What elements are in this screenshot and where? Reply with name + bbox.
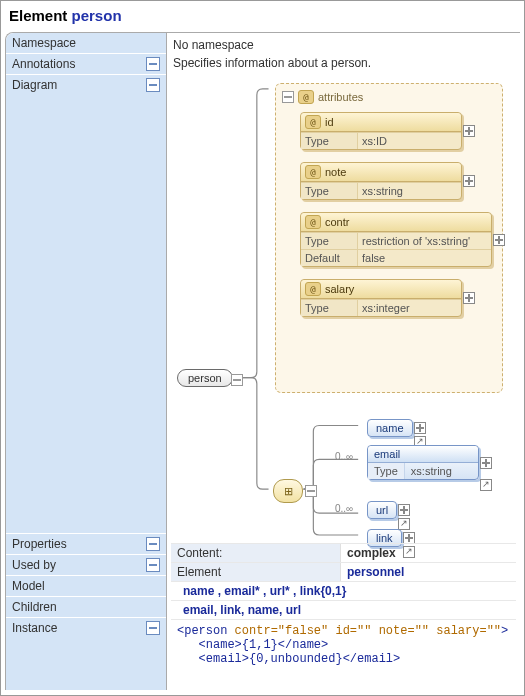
at-icon: @ (305, 282, 321, 296)
at-icon: @ (305, 115, 321, 129)
info-row-usedby: Element personnel (171, 562, 516, 581)
sidebar-item-namespace: Namespace (6, 33, 166, 54)
sidebar-item-diagram[interactable]: Diagram (6, 75, 166, 534)
expand-icon[interactable] (398, 504, 410, 516)
at-icon: @ (305, 215, 321, 229)
expand-icon[interactable] (480, 457, 492, 469)
collapse-icon[interactable] (282, 91, 294, 103)
collapse-icon[interactable] (231, 374, 243, 386)
attr-card-contr[interactable]: @contr Typerestriction of 'xs:string' De… (300, 212, 492, 267)
expand-icon[interactable] (493, 234, 505, 246)
sidebar-item-instance[interactable]: Instance (6, 618, 166, 638)
popout-icon[interactable]: ↗ (480, 479, 492, 491)
info-row-model: name , email* , url* , link{0,1} (171, 581, 516, 600)
collapse-icon[interactable] (146, 57, 160, 71)
info-row-properties: Content: complex (171, 543, 516, 562)
attr-card-note[interactable]: @note Typexs:string (300, 162, 462, 200)
sequence-icon: ⊞ (284, 485, 293, 498)
attr-card-id[interactable]: @id Typexs:ID (300, 112, 462, 150)
at-icon: @ (305, 165, 321, 179)
sidebar-item-annotations[interactable]: Annotations (6, 54, 166, 75)
instance-code: <person contr="false" id="" note="" sala… (171, 620, 516, 670)
elem-card-url[interactable]: url ↗ (367, 501, 397, 519)
diagram-root-element[interactable]: person (177, 369, 233, 387)
collapse-icon[interactable] (146, 78, 160, 92)
page-title: Element person (1, 1, 524, 28)
annotation-value: Specifies information about a person. (173, 56, 371, 70)
collapse-icon[interactable] (305, 485, 317, 497)
collapse-icon[interactable] (146, 558, 160, 572)
info-panel: Content: complex Element personnel name … (171, 543, 516, 670)
collapse-icon[interactable] (146, 621, 160, 635)
sidebar-item-usedby[interactable]: Used by (6, 555, 166, 576)
expand-icon[interactable] (414, 422, 426, 434)
multiplicity-label: 0..∞ (335, 503, 353, 514)
namespace-value: No namespace (173, 38, 254, 52)
popout-icon[interactable]: ↗ (398, 518, 410, 530)
expand-icon[interactable] (463, 175, 475, 187)
multiplicity-label: 0..∞ (335, 451, 353, 462)
title-element-name: person (72, 7, 122, 24)
schema-diagram: person @ attributes @id Typexs:ID (175, 81, 516, 539)
attributes-label: attributes (318, 91, 363, 103)
attributes-group: @ attributes @id Typexs:ID @note Typex (275, 83, 503, 393)
elem-card-email[interactable]: email Typexs:string ↗ (367, 445, 479, 480)
attr-card-salary[interactable]: @salary Typexs:integer (300, 279, 462, 317)
sequence-compositor[interactable]: ⊞ (273, 479, 303, 503)
collapse-icon[interactable] (146, 537, 160, 551)
info-row-children: email, link, name, url (171, 600, 516, 619)
sidebar: Namespace Annotations Diagram Properties… (6, 33, 167, 690)
title-label: Element (9, 7, 67, 24)
at-icon: @ (298, 90, 314, 104)
usedby-link[interactable]: personnel (341, 563, 410, 581)
main-panel: No namespace Specifies information about… (167, 33, 520, 690)
expand-icon[interactable] (463, 292, 475, 304)
elem-card-name[interactable]: name ↗ (367, 419, 413, 437)
expand-icon[interactable] (463, 125, 475, 137)
sidebar-item-model: Model (6, 576, 166, 597)
sidebar-item-children: Children (6, 597, 166, 618)
sidebar-item-properties[interactable]: Properties (6, 534, 166, 555)
